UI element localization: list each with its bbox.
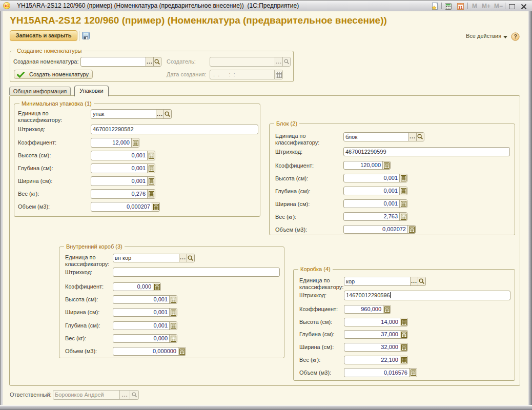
svg-text:1С: 1С (4, 4, 9, 8)
svg-text:?: ? (514, 33, 517, 39)
svg-text:31: 31 (458, 5, 462, 10)
